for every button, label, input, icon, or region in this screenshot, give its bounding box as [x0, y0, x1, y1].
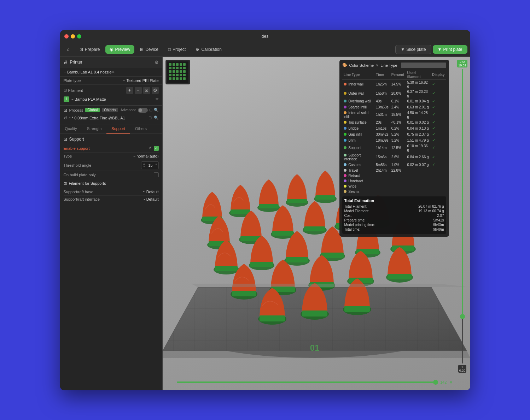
- tab-quality[interactable]: Quality: [60, 124, 82, 134]
- layer-slider[interactable]: 272 19.32 1 0.20: [459, 60, 466, 373]
- viewport[interactable]: 01 🎨 Color Scheme ∨ Line Type Lin: [163, 57, 470, 390]
- time-cell: 18m39s: [374, 137, 390, 143]
- svg-rect-55: [250, 262, 273, 267]
- bottom-track[interactable]: [177, 381, 437, 383]
- bottom-handle[interactable]: [433, 380, 438, 385]
- time-cell: 13m53s: [374, 104, 390, 110]
- print-plate-button[interactable]: ▼ Print plate: [433, 45, 467, 54]
- badge-global[interactable]: Global: [85, 108, 100, 112]
- table-row: Retract: [342, 173, 446, 178]
- plate-type-row: Plate type ~ Textured PEI Plate: [60, 77, 162, 85]
- add-filament-button[interactable]: +: [126, 87, 133, 94]
- line-type-name: Internal solid infill: [344, 111, 368, 119]
- bottom-layer-slider[interactable]: 142 ≡: [177, 379, 453, 385]
- display-check[interactable]: ✓: [432, 132, 435, 136]
- time-cell: 1h31m: [374, 110, 390, 119]
- estimation-row: Model Filament: 19.13 m 60.74 g: [344, 209, 444, 213]
- badge-objects[interactable]: Objects: [102, 108, 118, 112]
- display-check[interactable]: ✓: [432, 120, 435, 124]
- threshold-down-arrow[interactable]: ▼: [143, 165, 146, 168]
- display-cell[interactable]: ✓: [431, 143, 446, 153]
- tab-prepare[interactable]: ⊡ Prepare: [75, 45, 104, 54]
- table-row: Travel 2h14m 22.8%: [342, 168, 446, 173]
- time-cell: 1h14m: [374, 143, 390, 153]
- layer-track[interactable]: [462, 69, 463, 363]
- display-check[interactable]: ✓: [432, 126, 435, 130]
- tab-project[interactable]: □ Project: [164, 45, 190, 54]
- percent-cell: 12.5%: [390, 143, 406, 153]
- line-type-name: Sparse infill: [348, 105, 367, 109]
- display-check[interactable]: ✓: [432, 91, 435, 95]
- tab-device[interactable]: ⊞ Device: [136, 45, 163, 54]
- tab-others[interactable]: Others: [130, 124, 152, 134]
- filament-copy-button[interactable]: ⊡: [143, 87, 150, 94]
- threshold-input[interactable]: ▲ ▼ 15 °: [141, 161, 159, 169]
- process-search-icon[interactable]: 🔍: [154, 108, 159, 112]
- display-cell[interactable]: ✓: [431, 162, 446, 168]
- tab-preview[interactable]: ◉ Preview: [105, 45, 134, 54]
- display-check[interactable]: ✓: [432, 146, 435, 150]
- preset-copy-icon[interactable]: ⊡: [148, 116, 152, 120]
- estimation-row: Total time: 9h49m: [344, 227, 444, 232]
- line-type-dot: [344, 163, 346, 166]
- fullscreen-button[interactable]: [77, 34, 81, 39]
- time-cell: [374, 173, 390, 178]
- display-check[interactable]: ✓: [432, 112, 435, 117]
- display-check[interactable]: ✓: [432, 138, 435, 142]
- est-label: Cost:: [344, 214, 353, 218]
- display-check[interactable]: ✓: [432, 105, 435, 109]
- display-cell[interactable]: ✓: [431, 137, 446, 143]
- svg-marker-81: [191, 284, 470, 287]
- minimize-button[interactable]: [71, 34, 75, 39]
- home-button[interactable]: ⌂: [63, 45, 74, 54]
- svg-rect-4: [180, 63, 182, 66]
- est-label: Total Filament:: [344, 205, 367, 208]
- enable-support-checkbox[interactable]: ✓: [154, 146, 159, 151]
- layers-icon[interactable]: ≡: [449, 379, 452, 385]
- filament-settings-button[interactable]: ⚙: [152, 87, 159, 94]
- thumbnail-svg: [167, 61, 188, 83]
- printer-settings-icon[interactable]: ⚙: [155, 60, 159, 65]
- reset-icon[interactable]: ↺: [148, 146, 152, 150]
- display-cell[interactable]: ✓: [431, 79, 446, 89]
- display-check[interactable]: ✓: [432, 82, 435, 86]
- display-cell[interactable]: ✓: [431, 104, 446, 110]
- tab-calibration[interactable]: ⚙ Calibration: [191, 45, 226, 54]
- advanced-toggle-switch[interactable]: [138, 108, 148, 113]
- thumbnail-panel[interactable]: [165, 60, 190, 84]
- display-cell[interactable]: ✓: [431, 98, 446, 104]
- display-cell[interactable]: ✓: [431, 110, 446, 119]
- close-button[interactable]: [64, 34, 69, 39]
- plate-only-checkbox[interactable]: [154, 172, 159, 177]
- printer-edit-icon[interactable]: ✏: [111, 70, 115, 75]
- tab-support[interactable]: Support: [106, 124, 130, 134]
- display-cell[interactable]: ✓: [431, 125, 446, 131]
- filament-cell: 4.50 m 14.28 g: [406, 110, 431, 119]
- display-cell[interactable]: ✓: [431, 131, 446, 137]
- tab-strength[interactable]: Strength: [82, 124, 107, 134]
- process-copy-icon[interactable]: ⊡: [149, 108, 152, 112]
- estimation-panel: Total Estimation Total Filament: 26.07 m…: [342, 196, 446, 234]
- display-check[interactable]: ✓: [432, 155, 435, 159]
- process-tabs: Quality Strength Support Others: [60, 124, 162, 134]
- line-type-dot: [344, 127, 346, 130]
- preset-search-icon[interactable]: 🔍: [154, 116, 159, 120]
- display-check[interactable]: ✓: [432, 162, 435, 167]
- display-cell[interactable]: ✓: [431, 89, 446, 98]
- filament-cell: [406, 189, 431, 194]
- percent-cell: 2.6%: [390, 153, 406, 162]
- filament-edit-icon[interactable]: ✏: [156, 97, 159, 101]
- display-cell[interactable]: ✓: [431, 119, 446, 125]
- display-cell[interactable]: ✓: [431, 153, 446, 162]
- table-row: Sparse infill 13m53s 2.4% 0.63 m 2.01 g …: [342, 104, 446, 110]
- layer-handle[interactable]: [460, 314, 465, 319]
- display-check[interactable]: ✓: [432, 99, 435, 103]
- est-label: Prepare time:: [344, 218, 366, 222]
- filament-supports-title: ⊡ Filament for Supports: [64, 179, 159, 188]
- filament-number: 1: [64, 96, 69, 102]
- filament-cell: 0.01 m 0.04 g: [406, 98, 431, 104]
- line-type-dot: [344, 133, 346, 136]
- slice-plate-button[interactable]: ▼ Slice plate: [395, 45, 431, 54]
- remove-filament-button[interactable]: −: [135, 87, 142, 94]
- time-cell: 1h58m: [374, 89, 390, 98]
